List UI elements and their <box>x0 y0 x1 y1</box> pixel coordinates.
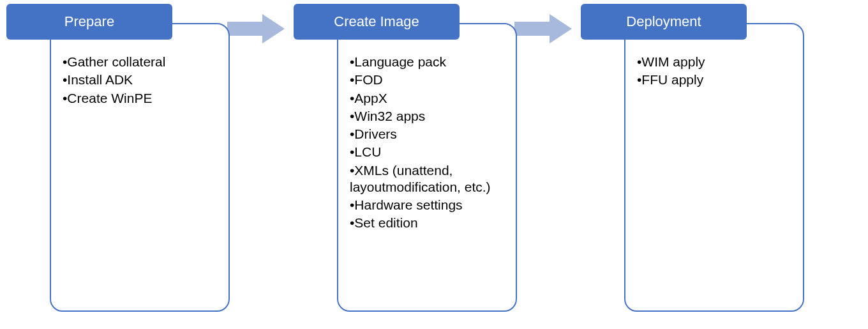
stage-header: Create Image <box>294 4 460 40</box>
stage-item: Create WinPE <box>63 90 217 107</box>
stage-item: Set edition <box>350 215 504 231</box>
stage-item: WIM apply <box>637 54 791 70</box>
stage-header: Prepare <box>6 4 172 40</box>
stage-item: Gather collateral <box>63 54 217 70</box>
stage-item: Win32 apps <box>350 108 504 125</box>
stage-title: Create Image <box>334 13 419 30</box>
stage-item: XMLs (unattend, layoutmodification, etc.… <box>350 162 504 196</box>
stage-body: Gather collateral Install ADK Create Win… <box>50 23 230 312</box>
stage-body: Language pack FOD AppX Win32 apps Driver… <box>337 23 517 312</box>
stage-header: Deployment <box>581 4 747 40</box>
stage-item: FOD <box>350 72 504 88</box>
arrow-icon <box>227 14 285 43</box>
svg-marker-0 <box>227 14 285 43</box>
stage-item: AppX <box>350 90 504 107</box>
svg-marker-1 <box>514 14 572 43</box>
stage-body: WIM apply FFU apply <box>624 23 804 312</box>
stage-item: Drivers <box>350 126 504 142</box>
stage-item: LCU <box>350 144 504 160</box>
arrow-icon <box>514 14 572 43</box>
stage-item: FFU apply <box>637 72 791 88</box>
stage-item: Language pack <box>350 54 504 70</box>
stage-title: Prepare <box>64 13 114 30</box>
stage-title: Deployment <box>626 13 701 30</box>
stage-item: Hardware settings <box>350 197 504 213</box>
stage-item: Install ADK <box>63 72 217 88</box>
